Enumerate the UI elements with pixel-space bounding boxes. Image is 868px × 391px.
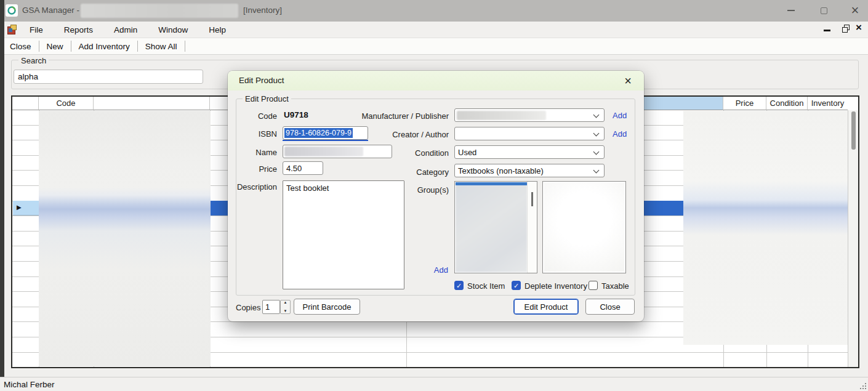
menu-bar: File Reports Admin Window Help × [0,22,868,38]
creator-combobox[interactable] [454,127,605,140]
copies-spinner[interactable]: ▲ ▼ [280,300,291,314]
chevron-down-icon [593,112,600,118]
toolbar-separator [137,41,138,52]
column-header-condition[interactable]: Condition [766,97,808,110]
copies-label: Copies [236,303,260,312]
code-value: U9718 [284,110,308,119]
search-group-label: Search [18,56,49,65]
mdi-minimize-icon[interactable] [824,30,830,31]
grid-vertical-scrollbar[interactable] [848,110,858,367]
price-value: 4.50 [286,164,302,173]
taxable-checkbox[interactable] [589,281,598,290]
stock-item-checkbox[interactable]: ✓ [454,281,464,290]
add-creator-link[interactable]: Add [613,129,627,139]
manufacturer-label: Manufacturer / Publisher [320,111,449,121]
scrollbar-thumb[interactable] [531,192,533,206]
condition-label: Condition [320,148,449,158]
column-header-price[interactable]: Price [723,97,766,110]
chevron-down-icon [593,131,600,137]
dialog-titlebar: Edit Product × [228,71,644,91]
minimize-button[interactable] [777,1,805,20]
toolbar-close-button[interactable]: Close [4,39,38,54]
description-label: Description [233,182,277,191]
toolbar-new-button[interactable]: New [41,39,70,54]
dialog-close-button[interactable]: Close [585,299,635,315]
window-title: GSA Manager - [22,6,79,15]
current-row-marker-icon: ▶ [17,204,22,211]
description-field[interactable]: Test booklet [283,180,404,289]
status-bar: Michal Ferber [0,377,868,391]
toolbar-add-inventory-button[interactable]: Add Inventory [73,39,136,54]
chevron-down-icon [593,149,600,155]
category-value: Textbooks (non-taxable) [458,166,544,175]
redacted-grid-data [39,111,211,366]
selected-row-header[interactable]: ▶ [13,201,39,216]
redacted-grid-data [683,111,848,345]
isbn-label: ISBN [234,129,277,139]
search-input[interactable] [14,70,203,84]
window-titlebar: GSA Manager - [Inventory] × [0,0,868,22]
taxable-label: Taxable [601,281,629,291]
spinner-up-icon[interactable]: ▲ [281,300,290,304]
deplete-inventory-label: Deplete Inventory [524,281,587,291]
menu-reports[interactable]: Reports [57,23,100,37]
column-header-blank[interactable] [94,97,210,110]
add-group-link[interactable]: Add [428,265,448,275]
toolbar-separator [71,41,71,52]
toolbar-show-all-button[interactable]: Show All [139,39,183,54]
app-logo-icon [6,4,18,17]
menu-window[interactable]: Window [151,23,195,37]
stock-item-label: Stock Item [467,281,505,291]
window-doc-title: [Inventory] [243,6,282,15]
mdi-restore-icon[interactable] [842,25,850,33]
mdi-child-icon [7,25,17,34]
code-label: Code [234,111,277,121]
print-barcode-button[interactable]: Print Barcode [294,299,360,315]
groups-label: Group(s) [320,185,449,195]
edit-product-button[interactable]: Edit Product [513,299,579,315]
selected-group-item [456,182,527,185]
menu-help[interactable]: Help [201,23,233,37]
toolbar: Close New Add Inventory Show All [0,38,868,55]
price-field[interactable]: 4.50 [283,161,323,175]
copies-value: 1 [265,302,270,312]
resize-grip[interactable] [859,382,866,389]
scrollbar-thumb[interactable] [851,111,856,150]
mdi-close-icon[interactable]: × [856,22,862,34]
toolbar-separator [39,41,39,52]
redacted-groups-list [456,182,527,272]
condition-combobox[interactable]: Used [454,145,605,159]
dialog-title: Edit Product [239,76,284,85]
menu-admin[interactable]: Admin [106,23,145,37]
status-user: Michal Ferber [4,380,55,389]
redacted-manufacturer-value [457,111,546,120]
redacted-title-text [81,4,238,18]
groups-listbox-available[interactable] [454,181,537,273]
edit-product-group-label: Edit Product [243,94,291,103]
manufacturer-combobox[interactable] [454,108,605,122]
groups-listbox-selected[interactable] [542,181,626,273]
name-label: Name [234,148,277,157]
chevron-down-icon [593,167,600,174]
edit-product-dialog: Edit Product × Edit Product Code U9718 I… [228,71,644,321]
window-edge [0,0,4,377]
column-header-inventory[interactable]: Inventory [808,97,848,110]
grid-corner-header [12,97,39,110]
price-label: Price [234,164,277,174]
dialog-close-icon[interactable]: × [619,72,637,89]
deplete-inventory-checkbox[interactable]: ✓ [512,281,521,290]
category-combobox[interactable]: Textbooks (non-taxable) [454,164,605,177]
groups-list-scrollbar[interactable] [527,182,537,273]
creator-label: Creator / Author [320,130,449,139]
close-window-button[interactable]: × [841,1,868,20]
add-manufacturer-link[interactable]: Add [613,111,627,120]
copies-field[interactable]: 1 [262,300,280,314]
toolbar-separator [185,41,185,52]
spinner-down-icon[interactable]: ▼ [281,309,290,313]
maximize-button[interactable] [810,1,838,20]
category-label: Category [320,167,449,177]
redacted-groups-list [544,183,624,272]
column-header-code[interactable]: Code [39,97,94,110]
menu-file[interactable]: File [22,23,50,37]
condition-value: Used [458,148,476,157]
